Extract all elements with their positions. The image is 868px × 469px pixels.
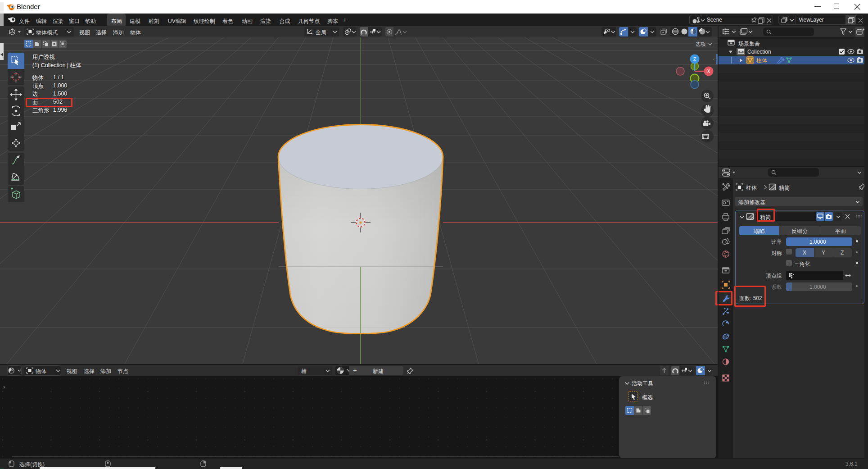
svg-text:Z: Z (693, 57, 696, 62)
svg-text:X: X (707, 69, 710, 74)
svg-text:‹: ‹ (713, 56, 715, 62)
